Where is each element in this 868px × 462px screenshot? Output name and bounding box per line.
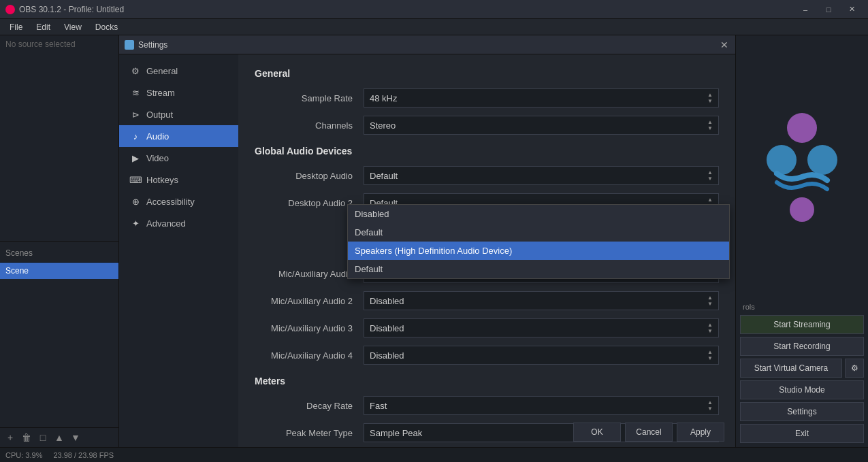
mic-aux3-select[interactable]: Disabled ▲ ▼	[364, 318, 719, 337]
svg-point-1	[767, 145, 797, 175]
nav-accessibility[interactable]: ⊕ Accessibility	[119, 191, 238, 212]
dropdown-option-disabled[interactable]: Disabled	[348, 205, 729, 223]
nav-stream-label: Stream	[146, 88, 175, 98]
svg-point-3	[790, 197, 814, 222]
start-recording-button[interactable]: Start Recording	[740, 337, 864, 356]
desktop-audio-select[interactable]: Default ▲ ▼	[364, 166, 719, 185]
mic-aux4-value: Disabled	[370, 350, 404, 361]
cancel-button[interactable]: Cancel	[625, 423, 673, 442]
decay-rate-label: Decay Rate	[255, 401, 364, 411]
stream-icon: ≋	[130, 87, 141, 98]
channels-select[interactable]: Stereo ▲ ▼	[364, 116, 719, 135]
nav-audio-label: Audio	[146, 131, 169, 142]
nav-audio[interactable]: ♪ Audio	[119, 125, 238, 147]
menu-view[interactable]: View	[57, 19, 89, 35]
dropdown-option-default2[interactable]: Default	[348, 260, 729, 278]
peak-meter-label: Peak Meter Type	[255, 428, 364, 438]
sample-rate-select[interactable]: 48 kHz ▲ ▼	[364, 88, 719, 108]
mic-aux2-label: Mic/Auxiliary Audio 2	[255, 296, 364, 306]
nav-hotkeys[interactable]: ⌨ Hotkeys	[119, 169, 238, 191]
mic-aux2-row: Mic/Auxiliary Audio 2 Disabled ▲ ▼	[255, 291, 719, 310]
nav-output-label: Output	[146, 110, 173, 120]
video-icon: ▶	[130, 152, 141, 163]
general-icon: ⚙	[130, 65, 141, 76]
menubar: File Edit View Docks	[0, 19, 868, 35]
desktop-audio-row: Desktop Audio Default ▲ ▼	[255, 166, 719, 185]
nav-advanced[interactable]: ✦ Advanced	[119, 212, 238, 234]
start-virtual-camera-button[interactable]: Start Virtual Camera	[740, 359, 842, 378]
sample-rate-spinner[interactable]: ▲ ▼	[707, 93, 713, 104]
desktop-audio-spinner[interactable]: ▲ ▼	[707, 170, 713, 182]
audio-icon: ♪	[130, 131, 141, 142]
settings-close-button[interactable]: ✕	[719, 39, 730, 50]
peak-meter-value: Sample Peak	[370, 428, 422, 438]
scenes-section: Scenes Scene + 🗑 □ ▲ ▼	[0, 244, 118, 447]
app-icon	[5, 5, 15, 14]
cpu-usage: CPU: 3.9%	[5, 451, 42, 459]
hotkeys-icon: ⌨	[130, 174, 141, 185]
dropdown-option-default[interactable]: Default	[348, 223, 729, 242]
settings-dialog-title: Settings	[138, 40, 715, 50]
controls-panel: rols Start Streaming Start Recording Sta…	[736, 297, 868, 447]
desktop-audio-label: Desktop Audio	[255, 171, 364, 181]
svg-point-2	[807, 145, 837, 175]
virtual-camera-gear-button[interactable]: ⚙	[845, 359, 864, 378]
menu-file[interactable]: File	[3, 19, 29, 35]
mic-aux4-row: Mic/Auxiliary Audio 4 Disabled ▲ ▼	[255, 346, 719, 365]
exit-button[interactable]: Exit	[740, 424, 864, 443]
nav-output[interactable]: ⊳ Output	[119, 103, 238, 125]
move-scene-down-button[interactable]: ▼	[68, 430, 83, 445]
sample-rate-value: 48 kHz	[370, 93, 397, 103]
move-scene-up-button[interactable]: ▲	[52, 430, 67, 445]
remove-scene-button[interactable]: 🗑	[19, 430, 34, 445]
maximize-button[interactable]: □	[818, 2, 839, 17]
nav-general[interactable]: ⚙ General	[119, 60, 238, 82]
mic-aux3-spinner[interactable]: ▲ ▼	[707, 323, 713, 334]
dropdown-option-speakers[interactable]: Speakers (High Definition Audio Device)	[348, 242, 729, 260]
app-close-button[interactable]: ✕	[841, 2, 863, 17]
window-controls: – □ ✕	[794, 2, 863, 17]
apply-button[interactable]: Apply	[677, 423, 724, 442]
menu-docks[interactable]: Docks	[89, 19, 125, 35]
mic-aux4-select[interactable]: Disabled ▲ ▼	[364, 346, 719, 365]
filter-scene-button[interactable]: □	[35, 430, 50, 445]
mic-aux3-row: Mic/Auxiliary Audio 3 Disabled ▲ ▼	[255, 318, 719, 337]
right-controls-panel: rols Start Streaming Start Recording Sta…	[735, 35, 868, 447]
add-scene-button[interactable]: +	[3, 430, 18, 445]
meters-section-title: Meters	[255, 376, 719, 386]
studio-mode-button[interactable]: Studio Mode	[740, 380, 864, 399]
decay-rate-spinner[interactable]: ▲ ▼	[707, 400, 713, 412]
no-source-label: No source selected	[0, 35, 118, 238]
settings-dialog: Settings ✕ ⚙ General ≋ Stream ⊳ Output	[119, 35, 735, 447]
settings-body: ⚙ General ≋ Stream ⊳ Output ♪ Audio ▶	[119, 54, 735, 447]
scenes-toolbar: + 🗑 □ ▲ ▼	[0, 427, 118, 447]
app-title: OBS 30.1.2 - Profile: Untitled	[19, 5, 124, 14]
obs-logo-area	[736, 35, 868, 297]
spinner-up-icon: ▲	[707, 93, 713, 98]
decay-rate-select[interactable]: Fast ▲ ▼	[364, 396, 719, 415]
settings-button[interactable]: Settings	[740, 402, 864, 421]
minimize-button[interactable]: –	[794, 2, 816, 17]
menu-edit[interactable]: Edit	[29, 19, 57, 35]
mic-aux2-select[interactable]: Disabled ▲ ▼	[364, 291, 719, 310]
mic-aux2-spinner[interactable]: ▲ ▼	[707, 295, 713, 307]
dialog-footer: OK Cancel Apply	[573, 423, 724, 442]
main-titlebar: OBS 30.1.2 - Profile: Untitled – □ ✕	[0, 0, 868, 19]
channels-row: Channels Stereo ▲ ▼	[255, 116, 719, 135]
output-icon: ⊳	[130, 109, 141, 120]
titlebar-left: OBS 30.1.2 - Profile: Untitled	[5, 5, 794, 14]
obs-logo	[765, 109, 839, 225]
nav-hotkeys-label: Hotkeys	[146, 175, 178, 185]
mic-aux4-spinner[interactable]: ▲ ▼	[707, 350, 713, 361]
channels-spinner-down: ▼	[707, 126, 713, 131]
ok-button[interactable]: OK	[573, 423, 621, 442]
nav-video[interactable]: ▶ Video	[119, 147, 238, 169]
channels-spinner[interactable]: ▲ ▼	[707, 120, 713, 131]
settings-content: General Sample Rate 48 kHz ▲ ▼ Channels	[238, 54, 735, 447]
nav-stream[interactable]: ≋ Stream	[119, 82, 238, 103]
dropdown-overlay: Disabled Default Speakers (High Definiti…	[347, 204, 730, 279]
start-streaming-button[interactable]: Start Streaming	[740, 315, 864, 334]
settings-titlebar: Settings ✕	[119, 35, 735, 54]
mic-aux3-value: Disabled	[370, 323, 404, 333]
scene-item[interactable]: Scene	[0, 263, 118, 279]
